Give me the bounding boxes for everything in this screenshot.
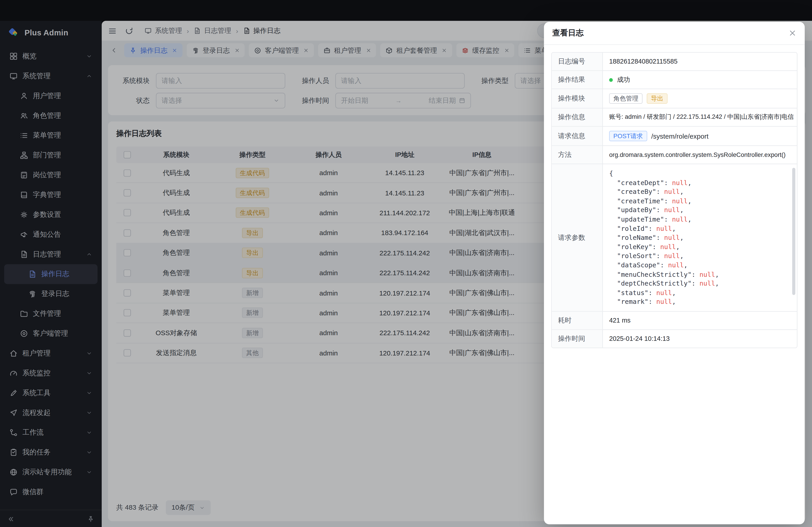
detail-row-耗时: 耗时421 ms <box>552 312 797 330</box>
module-tag: 角色管理 <box>609 93 643 104</box>
field-value: 1882612840802115585 <box>603 53 797 71</box>
close-icon <box>788 29 796 37</box>
field-value-tags: 角色管理导出 <box>603 89 797 108</box>
detail-row-方法: 方法org.dromara.system.controller.system.S… <box>552 146 797 164</box>
field-label: 请求信息 <box>552 127 603 146</box>
detail-row-请求参数: 请求参数{ "createDept": null, "createBy": nu… <box>552 164 797 312</box>
request-path: /system/role/export <box>651 132 709 140</box>
http-method-tag: POST请求 <box>609 131 647 141</box>
detail-row-操作时间: 操作时间2025-01-24 10:14:13 <box>552 330 797 348</box>
field-label: 方法 <box>552 146 603 164</box>
request-params-json: { "createDept": null, "createBy": null, … <box>603 164 797 311</box>
module-tag: 导出 <box>647 93 667 104</box>
close-icon[interactable] <box>788 29 796 37</box>
screen: Plus Admin 概览系统管理用户管理角色管理菜单管理部门管理岗位管理字典管… <box>0 0 812 527</box>
code-scrollbar[interactable] <box>792 168 795 295</box>
field-value: 账号: admin / 研发部门 / 222.175.114.242 / 中国|… <box>603 108 797 126</box>
log-detail-table: 日志编号1882612840802115585操作结果成功操作模块角色管理导出操… <box>551 52 797 348</box>
field-label: 操作信息 <box>552 108 603 126</box>
drawer-header: 查看日志 <box>544 22 805 45</box>
detail-row-操作模块: 操作模块角色管理导出 <box>552 89 797 108</box>
field-label: 操作模块 <box>552 89 603 108</box>
field-label: 请求参数 <box>552 164 603 311</box>
field-value-status: 成功 <box>603 71 797 89</box>
view-log-drawer: 查看日志 日志编号1882612840802115585操作结果成功操作模块角色… <box>544 22 805 524</box>
drawer-title: 查看日志 <box>552 28 584 38</box>
field-label: 操作结果 <box>552 71 603 89</box>
field-label: 操作时间 <box>552 330 603 348</box>
field-value: org.dromara.system.controller.system.Sys… <box>603 146 797 164</box>
success-dot-icon <box>609 78 613 81</box>
field-value: 421 ms <box>603 312 797 329</box>
detail-row-日志编号: 日志编号1882612840802115585 <box>552 53 797 71</box>
field-label: 日志编号 <box>552 53 603 71</box>
detail-row-操作信息: 操作信息账号: admin / 研发部门 / 222.175.114.242 /… <box>552 108 797 127</box>
detail-row-请求信息: 请求信息POST请求/system/role/export <box>552 127 797 146</box>
field-value-code: { "createDept": null, "createBy": null, … <box>603 164 797 311</box>
detail-row-操作结果: 操作结果成功 <box>552 71 797 89</box>
drawer-body: 日志编号1882612840802115585操作结果成功操作模块角色管理导出操… <box>544 45 805 524</box>
field-label: 耗时 <box>552 312 603 329</box>
field-value-request: POST请求/system/role/export <box>603 127 797 146</box>
field-value: 2025-01-24 10:14:13 <box>603 330 797 348</box>
